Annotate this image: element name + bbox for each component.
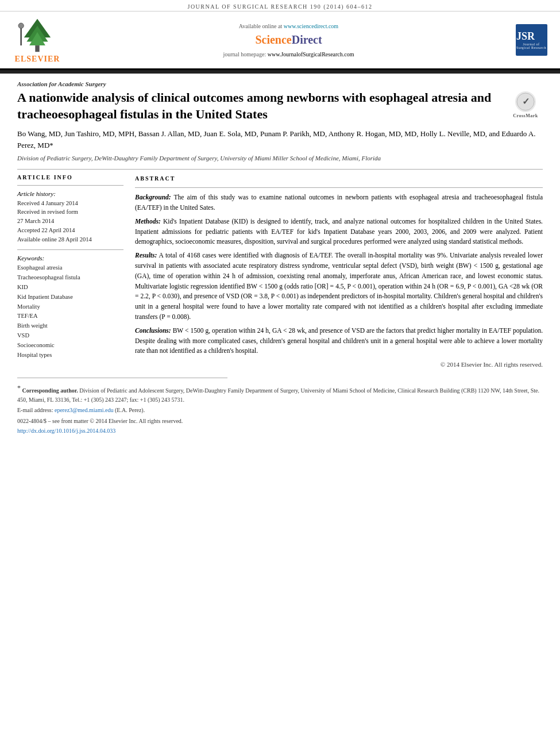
corresponding-author-note: * Corresponding author. Division of Pedi…	[17, 383, 543, 403]
sciencedirect-url[interactable]: www.sciencedirect.com	[284, 23, 338, 29]
homepage-url[interactable]: www.JournalofSurgicalResearch.com	[268, 51, 354, 57]
results-label: Results:	[135, 252, 157, 259]
journal-homepage: journal homepage: www.JournalofSurgicalR…	[223, 51, 354, 57]
abstract-methods: Methods: Kid's Inpatient Database (KID) …	[135, 217, 543, 247]
svg-text:✓: ✓	[522, 97, 530, 106]
revised-label: Received in revised form	[17, 207, 123, 217]
keywords-divider	[17, 249, 123, 250]
crossmark-label: CrossMark	[513, 113, 538, 119]
available-online-text: Available online at www.sciencedirect.co…	[239, 23, 338, 29]
history-title: Article history:	[17, 190, 123, 197]
methods-label: Methods:	[135, 218, 161, 225]
conclusions-label: Conclusions:	[135, 327, 171, 334]
doi-link[interactable]: http://dx.doi.org/10.1016/j.jss.2014.04.…	[17, 428, 115, 434]
keyword-hospital-types: Hospital types	[17, 351, 123, 360]
email-line: E-mail address: eperez3@med.miami.edu (E…	[17, 406, 543, 414]
corresponding-address: Division of Pediatric and Adolescent Sur…	[17, 388, 539, 403]
issn-line: 0022-4804/$ – see front matter © 2014 El…	[17, 417, 543, 425]
journal-center: Available online at www.sciencedirect.co…	[75, 16, 503, 64]
keyword-kid-inpatient-database: Kid Inpatient Database	[17, 293, 123, 302]
footnote-section: * Corresponding author. Division of Pedi…	[17, 383, 543, 434]
received-date: Received 4 January 2014	[17, 199, 123, 208]
section-label: Association for Academic Surgery	[17, 80, 543, 87]
copyright-text: © 2014 Elsevier Inc. All rights reserved…	[135, 360, 543, 370]
available-date: Available online 28 April 2014	[17, 235, 123, 244]
email-suffix: (E.A. Perez).	[115, 407, 145, 413]
abstract-divider	[135, 187, 543, 188]
article-title: A nationwide analysis of clinical outcom…	[17, 90, 543, 122]
footnote-star: *	[17, 384, 21, 392]
svg-rect-0	[35, 45, 39, 52]
main-content: Association for Academic Surgery A natio…	[0, 74, 560, 447]
keyword-kid: KID	[17, 283, 123, 293]
journal-header: ELSEVIER Available online at www.science…	[0, 11, 560, 70]
keywords-title: Keywords:	[17, 255, 123, 261]
abstract-label: ABSTRACT	[135, 174, 543, 183]
email-address[interactable]: eperez3@med.miami.edu	[55, 407, 114, 413]
article-history: Article history: Received 4 January 2014…	[17, 190, 123, 244]
crossmark-badge: ✓ CrossMark	[508, 90, 543, 121]
corresponding-label: Corresponding author.	[22, 388, 80, 394]
results-text: A total of 4168 cases were identified wi…	[135, 252, 543, 320]
abstract-text: Background: The aim of this study was to…	[135, 193, 543, 370]
keyword-tracheoesophageal-fistula: Tracheoesophageal fistula	[17, 273, 123, 283]
affiliation: Division of Pediatric Surgery, DeWitt-Da…	[17, 154, 543, 163]
keyword-esophageal-atresia: Esophageal atresia	[17, 263, 123, 273]
article-info-column: ARTICLE INFO Article history: Received 4…	[17, 174, 123, 370]
email-label: E-mail address:	[17, 407, 53, 413]
abstract-column: ABSTRACT Background: The aim of this stu…	[135, 174, 543, 370]
keyword-birth-weight: Birth weight	[17, 321, 123, 331]
keyword-socioeconomic: Socioeconomic	[17, 341, 123, 351]
divider-line	[17, 169, 543, 170]
keywords-section: Keywords: Esophageal atresia Tracheoesop…	[17, 255, 123, 360]
keyword-tef-ea: TEF/EA	[17, 311, 123, 321]
keyword-vsd: VSD	[17, 331, 123, 341]
journal-citation: JOURNAL OF SURGICAL RESEARCH 190 (2014) …	[188, 3, 373, 10]
abstract-results: Results: A total of 4168 cases were iden…	[135, 251, 543, 322]
article-info-label: ARTICLE INFO	[17, 174, 123, 180]
background-label: Background:	[135, 194, 171, 201]
methods-text: Kid's Inpatient Database (KID) is design…	[135, 218, 543, 245]
info-divider	[17, 185, 123, 186]
elsevier-text: ELSEVIER	[15, 55, 60, 64]
doi-line: http://dx.doi.org/10.1016/j.jss.2014.04.…	[17, 426, 543, 435]
footnote-divider	[17, 378, 227, 378]
elsevier-logo: ELSEVIER	[6, 16, 69, 64]
journal-top-bar: JOURNAL OF SURGICAL RESEARCH 190 (2014) …	[0, 0, 560, 11]
conclusions-text: BW < 1500 g, operation within 24 h, GA <…	[135, 327, 543, 355]
abstract-background: Background: The aim of this study was to…	[135, 193, 543, 213]
accepted-date: Accepted 22 April 2014	[17, 226, 123, 235]
background-text: The aim of this study was to examine nat…	[135, 194, 543, 211]
jsr-abbreviation: JSR Journal ofSurgical Research	[516, 24, 547, 56]
revised-date: 27 March 2014	[17, 217, 123, 226]
article-body: ARTICLE INFO Article history: Received 4…	[17, 174, 543, 370]
abstract-conclusions: Conclusions: BW < 1500 g, operation with…	[135, 326, 543, 356]
authors: Bo Wang, MD, Jun Tashiro, MD, MPH, Bassa…	[17, 128, 543, 151]
keyword-mortality: Mortality	[17, 302, 123, 312]
sciencedirect-logo: ScienceDirect	[255, 32, 322, 47]
svg-rect-4	[20, 27, 22, 46]
crossmark-icon: ✓	[515, 91, 536, 112]
svg-point-5	[18, 23, 24, 28]
jsr-logo-container: JSR Journal ofSurgical Research	[508, 16, 554, 64]
